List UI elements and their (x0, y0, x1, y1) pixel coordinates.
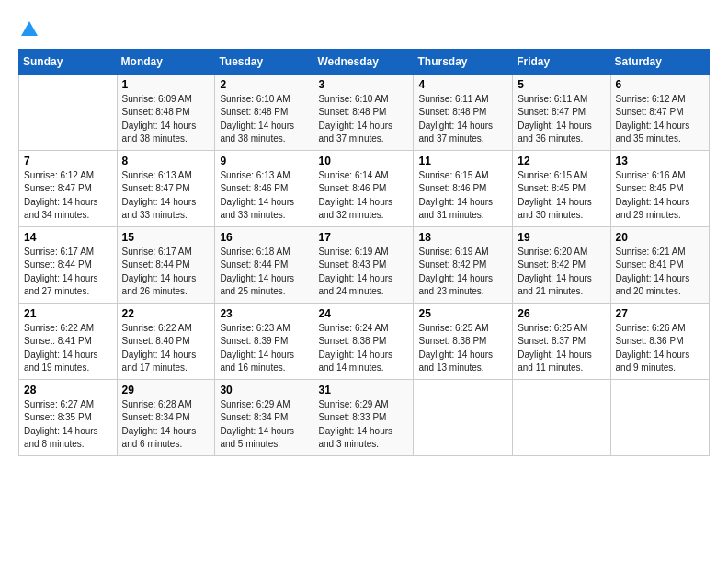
cell-info: Sunrise: 6:16 AM Sunset: 8:45 PM Dayligh… (616, 169, 704, 223)
day-number: 8 (122, 155, 210, 167)
cell-info: Sunrise: 6:20 AM Sunset: 8:42 PM Dayligh… (518, 246, 605, 299)
day-number: 21 (24, 307, 112, 320)
day-number: 30 (220, 384, 308, 396)
calendar-cell: 21Sunrise: 6:22 AM Sunset: 8:41 PM Dayli… (19, 303, 118, 379)
cell-info: Sunrise: 6:25 AM Sunset: 8:38 PM Dayligh… (418, 322, 507, 375)
calendar-cell: 31Sunrise: 6:29 AM Sunset: 8:33 PM Dayli… (313, 379, 414, 455)
calendar-body: 1Sunrise: 6:09 AM Sunset: 8:48 PM Daylig… (19, 74, 710, 455)
cell-info: Sunrise: 6:22 AM Sunset: 8:41 PM Dayligh… (24, 322, 112, 375)
weekday-header-friday: Friday (513, 49, 610, 74)
day-number: 3 (318, 78, 408, 91)
weekday-header-saturday: Saturday (610, 49, 709, 74)
calendar-cell: 25Sunrise: 6:25 AM Sunset: 8:38 PM Dayli… (414, 303, 513, 379)
day-number: 17 (318, 231, 408, 244)
day-number: 7 (24, 155, 112, 167)
calendar-cell: 9Sunrise: 6:13 AM Sunset: 8:46 PM Daylig… (215, 150, 313, 226)
calendar-cell: 27Sunrise: 6:26 AM Sunset: 8:36 PM Dayli… (610, 303, 709, 379)
cell-info: Sunrise: 6:14 AM Sunset: 8:46 PM Dayligh… (318, 169, 408, 223)
day-number: 11 (418, 155, 507, 167)
day-number: 25 (418, 307, 507, 320)
day-number: 15 (122, 231, 210, 244)
calendar-cell: 18Sunrise: 6:19 AM Sunset: 8:42 PM Dayli… (414, 226, 513, 303)
cell-info: Sunrise: 6:17 AM Sunset: 8:44 PM Dayligh… (24, 246, 112, 299)
cell-info: Sunrise: 6:17 AM Sunset: 8:44 PM Dayligh… (122, 246, 210, 299)
weekday-header-tuesday: Tuesday (215, 49, 313, 74)
cell-info: Sunrise: 6:18 AM Sunset: 8:44 PM Dayligh… (220, 246, 308, 299)
cell-info: Sunrise: 6:22 AM Sunset: 8:40 PM Dayligh… (122, 322, 210, 375)
calendar-cell: 4Sunrise: 6:11 AM Sunset: 8:48 PM Daylig… (414, 74, 513, 150)
calendar-week-4: 21Sunrise: 6:22 AM Sunset: 8:41 PM Dayli… (19, 303, 710, 379)
calendar-table: SundayMondayTuesdayWednesdayThursdayFrid… (18, 49, 710, 456)
calendar-cell: 7Sunrise: 6:12 AM Sunset: 8:47 PM Daylig… (19, 150, 118, 226)
calendar-cell (610, 379, 709, 455)
calendar-cell: 5Sunrise: 6:11 AM Sunset: 8:47 PM Daylig… (513, 74, 610, 150)
cell-info: Sunrise: 6:11 AM Sunset: 8:47 PM Dayligh… (518, 93, 605, 146)
cell-info: Sunrise: 6:27 AM Sunset: 8:35 PM Dayligh… (24, 398, 112, 452)
cell-info: Sunrise: 6:10 AM Sunset: 8:48 PM Dayligh… (318, 93, 408, 146)
cell-info: Sunrise: 6:23 AM Sunset: 8:39 PM Dayligh… (220, 322, 308, 375)
weekday-header-sunday: Sunday (19, 49, 118, 74)
day-number: 23 (220, 307, 308, 320)
day-number: 24 (318, 307, 408, 320)
day-number: 20 (616, 231, 704, 244)
cell-info: Sunrise: 6:29 AM Sunset: 8:34 PM Dayligh… (220, 398, 308, 452)
cell-info: Sunrise: 6:09 AM Sunset: 8:48 PM Dayligh… (122, 93, 210, 146)
day-number: 5 (518, 78, 605, 91)
day-number: 4 (418, 78, 507, 91)
day-number: 13 (616, 155, 704, 167)
cell-info: Sunrise: 6:13 AM Sunset: 8:46 PM Dayligh… (220, 169, 308, 223)
day-number: 10 (318, 155, 408, 167)
calendar-cell (19, 74, 118, 150)
header (18, 15, 710, 40)
svg-marker-0 (21, 21, 38, 36)
calendar-cell: 12Sunrise: 6:15 AM Sunset: 8:45 PM Dayli… (513, 150, 610, 226)
day-number: 2 (220, 78, 308, 91)
calendar-week-5: 28Sunrise: 6:27 AM Sunset: 8:35 PM Dayli… (19, 379, 710, 455)
calendar-cell: 3Sunrise: 6:10 AM Sunset: 8:48 PM Daylig… (313, 74, 414, 150)
calendar-cell: 16Sunrise: 6:18 AM Sunset: 8:44 PM Dayli… (215, 226, 313, 303)
day-number: 9 (220, 155, 308, 167)
cell-info: Sunrise: 6:11 AM Sunset: 8:48 PM Dayligh… (418, 93, 507, 146)
calendar-cell: 10Sunrise: 6:14 AM Sunset: 8:46 PM Dayli… (313, 150, 414, 226)
cell-info: Sunrise: 6:26 AM Sunset: 8:36 PM Dayligh… (616, 322, 704, 375)
cell-info: Sunrise: 6:21 AM Sunset: 8:41 PM Dayligh… (616, 246, 704, 299)
cell-info: Sunrise: 6:24 AM Sunset: 8:38 PM Dayligh… (318, 322, 408, 375)
day-number: 6 (616, 78, 704, 91)
calendar-cell: 29Sunrise: 6:28 AM Sunset: 8:34 PM Dayli… (117, 379, 215, 455)
calendar-week-3: 14Sunrise: 6:17 AM Sunset: 8:44 PM Dayli… (19, 226, 710, 303)
cell-info: Sunrise: 6:15 AM Sunset: 8:46 PM Dayligh… (418, 169, 507, 223)
weekday-header-row: SundayMondayTuesdayWednesdayThursdayFrid… (19, 49, 710, 74)
calendar-cell: 22Sunrise: 6:22 AM Sunset: 8:40 PM Dayli… (117, 303, 215, 379)
day-number: 27 (616, 307, 704, 320)
weekday-header-wednesday: Wednesday (313, 49, 414, 74)
day-number: 28 (24, 384, 112, 396)
calendar-cell: 13Sunrise: 6:16 AM Sunset: 8:45 PM Dayli… (610, 150, 709, 226)
calendar-header: SundayMondayTuesdayWednesdayThursdayFrid… (19, 49, 710, 74)
logo (18, 15, 40, 40)
calendar-week-1: 1Sunrise: 6:09 AM Sunset: 8:48 PM Daylig… (19, 74, 710, 150)
day-number: 29 (122, 384, 210, 396)
calendar-cell: 2Sunrise: 6:10 AM Sunset: 8:48 PM Daylig… (215, 74, 313, 150)
calendar-cell: 11Sunrise: 6:15 AM Sunset: 8:46 PM Dayli… (414, 150, 513, 226)
calendar-cell: 20Sunrise: 6:21 AM Sunset: 8:41 PM Dayli… (610, 226, 709, 303)
cell-info: Sunrise: 6:15 AM Sunset: 8:45 PM Dayligh… (518, 169, 605, 223)
logo-icon (19, 19, 40, 40)
day-number: 19 (518, 231, 605, 244)
calendar-cell (513, 379, 610, 455)
cell-info: Sunrise: 6:12 AM Sunset: 8:47 PM Dayligh… (24, 169, 112, 223)
cell-info: Sunrise: 6:19 AM Sunset: 8:42 PM Dayligh… (418, 246, 507, 299)
calendar-cell: 30Sunrise: 6:29 AM Sunset: 8:34 PM Dayli… (215, 379, 313, 455)
calendar-cell: 24Sunrise: 6:24 AM Sunset: 8:38 PM Dayli… (313, 303, 414, 379)
cell-info: Sunrise: 6:25 AM Sunset: 8:37 PM Dayligh… (518, 322, 605, 375)
calendar-cell: 23Sunrise: 6:23 AM Sunset: 8:39 PM Dayli… (215, 303, 313, 379)
cell-info: Sunrise: 6:10 AM Sunset: 8:48 PM Dayligh… (220, 93, 308, 146)
day-number: 14 (24, 231, 112, 244)
calendar-cell: 8Sunrise: 6:13 AM Sunset: 8:47 PM Daylig… (117, 150, 215, 226)
day-number: 1 (122, 78, 210, 91)
day-number: 22 (122, 307, 210, 320)
cell-info: Sunrise: 6:28 AM Sunset: 8:34 PM Dayligh… (122, 398, 210, 452)
calendar-cell: 1Sunrise: 6:09 AM Sunset: 8:48 PM Daylig… (117, 74, 215, 150)
calendar-cell: 17Sunrise: 6:19 AM Sunset: 8:43 PM Dayli… (313, 226, 414, 303)
weekday-header-monday: Monday (117, 49, 215, 74)
day-number: 26 (518, 307, 605, 320)
